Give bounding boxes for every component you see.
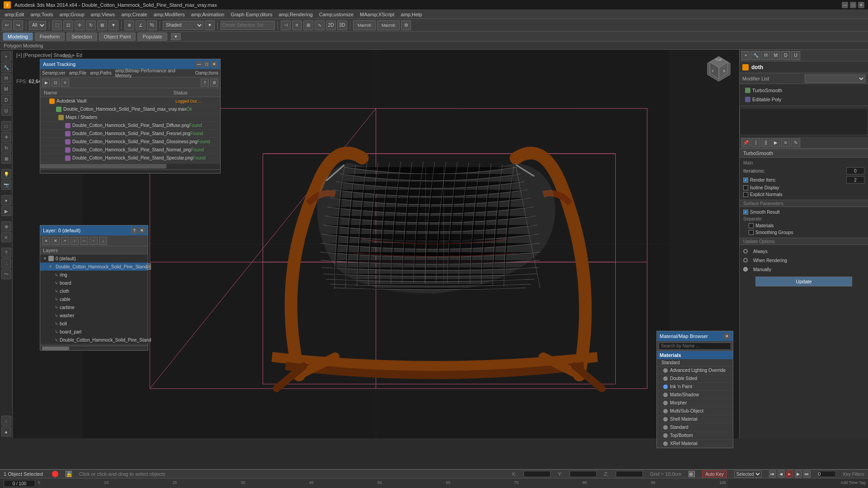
- layer-hammock-expand[interactable]: ▼: [48, 264, 52, 269]
- menu-create[interactable]: amp;Create: [118, 11, 150, 18]
- lp-help[interactable]: ?: [131, 227, 137, 234]
- menu-help[interactable]: amp;Help: [398, 11, 425, 18]
- render-iters-checkbox[interactable]: ✓: [743, 178, 748, 183]
- frame-input[interactable]: [818, 471, 836, 477]
- close-btn[interactable]: ✕: [858, 2, 864, 8]
- menu-tools[interactable]: amp;Tools: [28, 11, 56, 18]
- at-maximize[interactable]: □: [203, 61, 210, 67]
- at-window-controls[interactable]: — □ ✕: [196, 61, 217, 67]
- toolbar-view-btn[interactable]: ▼: [205, 20, 215, 30]
- object-color-swatch[interactable]: [742, 64, 749, 70]
- layer-cloth-row[interactable]: ↳ cloth: [40, 287, 148, 295]
- menu-edit[interactable]: amp;Edit: [2, 11, 27, 18]
- at-menu-file[interactable]: amp;File: [69, 70, 86, 75]
- rp-anim[interactable]: ▶: [771, 138, 780, 147]
- rp-channels[interactable]: ≡: [781, 138, 790, 147]
- prev-frame-btn[interactable]: ⏮: [769, 470, 776, 478]
- rp-edit[interactable]: ✎: [791, 138, 800, 147]
- isoline-checkbox[interactable]: [743, 185, 748, 190]
- at-close[interactable]: ✕: [211, 61, 217, 67]
- lp-close[interactable]: ✕: [139, 227, 145, 234]
- at-minimize[interactable]: —: [196, 61, 202, 67]
- mode-selection[interactable]: Selection: [66, 33, 97, 41]
- toolbar-move[interactable]: ✛: [75, 20, 85, 30]
- always-radio[interactable]: [743, 249, 748, 253]
- auto-key-btn[interactable]: Auto Key: [702, 470, 727, 478]
- toolbar-angle[interactable]: ∠: [136, 20, 146, 30]
- sidebar-spacewarps[interactable]: 〜: [1, 269, 11, 279]
- iterations-input[interactable]: 0: [846, 167, 864, 174]
- mb-item-topbottom[interactable]: Top/Bottom: [657, 432, 733, 440]
- sidebar-snap[interactable]: ⊕: [1, 221, 11, 231]
- toolbar-scale[interactable]: ⊠: [97, 20, 107, 30]
- sidebar-lights[interactable]: 💡: [1, 169, 11, 179]
- navigation-cube[interactable]: TOP R F: [703, 54, 735, 86]
- at-btn3[interactable]: ≡: [61, 79, 69, 87]
- filter-select[interactable]: All: [29, 21, 46, 30]
- layer-board-row[interactable]: ↳ board: [40, 279, 148, 287]
- lock-icon[interactable]: 🔒: [66, 471, 72, 477]
- view-select[interactable]: Shaded: [163, 21, 203, 30]
- toolbar-snap[interactable]: ⊕: [124, 20, 134, 30]
- explicit-normals-checkbox[interactable]: [743, 192, 748, 197]
- macro5[interactable]: Macro5: [353, 20, 376, 30]
- sidebar-align[interactable]: ≡: [1, 232, 11, 242]
- layer-0-expand[interactable]: ▼: [43, 256, 47, 261]
- lp-btn-up[interactable]: ↑: [90, 237, 98, 245]
- lp-btn-move-down[interactable]: ↔: [80, 237, 88, 245]
- layer-0-row[interactable]: ▼ 0 (default): [40, 254, 148, 263]
- mode-modeling[interactable]: Modeling: [3, 33, 33, 41]
- mb-item-doublesided[interactable]: Double Sided: [657, 375, 733, 383]
- at-menu-options[interactable]: Oamp;tions: [195, 70, 218, 75]
- lp-btn-down[interactable]: ↓: [99, 237, 107, 245]
- at-menu-paths[interactable]: amp;Paths: [90, 70, 112, 75]
- lp-btn-move-up[interactable]: ↕: [71, 237, 79, 245]
- sidebar-bottom1[interactable]: ↓: [1, 416, 11, 426]
- at-row-vault[interactable]: Autodesk Vault Logged Out ...: [40, 97, 220, 105]
- last-frame-btn[interactable]: ⏭: [803, 470, 811, 478]
- smoothing-groups-checkbox[interactable]: [749, 230, 754, 235]
- mb-window-controls[interactable]: ✕: [724, 333, 730, 339]
- sidebar-scale[interactable]: ⊠: [1, 154, 11, 164]
- rp-create-tab[interactable]: +: [741, 51, 750, 60]
- at-row-file[interactable]: Double_Cotton_Hammock_Solid_Pine_Stand_m…: [40, 105, 220, 113]
- toolbar-layer[interactable]: ⊞: [303, 20, 313, 30]
- when-rendering-radio[interactable]: [743, 258, 748, 263]
- sidebar-create[interactable]: +: [1, 52, 11, 61]
- mb-item-shell[interactable]: Shell Material: [657, 415, 733, 423]
- layer-board-part-row[interactable]: ↳ board_part: [40, 328, 148, 336]
- menu-animation[interactable]: amp;Animation: [189, 11, 227, 18]
- minimize-btn[interactable]: —: [842, 2, 848, 8]
- sidebar-material[interactable]: ●: [1, 195, 11, 205]
- mb-item-advanced[interactable]: Advanced Lighting Override: [657, 366, 733, 375]
- macro6[interactable]: Macro6: [377, 20, 400, 30]
- at-settings[interactable]: ⚙: [210, 79, 218, 87]
- toolbar-settings[interactable]: ⚙: [401, 20, 411, 30]
- layer-cable-row[interactable]: ↳ cable: [40, 295, 148, 303]
- menu-group[interactable]: amp;Group: [57, 11, 87, 18]
- key-icon[interactable]: [52, 471, 58, 477]
- lp-scrollbar[interactable]: [40, 346, 148, 350]
- mb-item-matte[interactable]: Matte/Shadow: [657, 391, 733, 399]
- sidebar-helpers[interactable]: ?: [1, 248, 11, 258]
- lp-btn-add[interactable]: +: [61, 237, 69, 245]
- sidebar-modify[interactable]: 🔧: [1, 62, 11, 72]
- at-row-specular[interactable]: Double_Cotton_Hammock_Solid_Pine_Stand_S…: [40, 154, 220, 162]
- rp-utilities-tab[interactable]: U: [791, 51, 800, 60]
- menu-views[interactable]: amp;Views: [88, 11, 118, 18]
- toolbar-curve[interactable]: ∿: [315, 20, 325, 30]
- rp-key[interactable]: |: [751, 138, 760, 147]
- sidebar-move[interactable]: ✛: [1, 132, 11, 142]
- sidebar-bottom2[interactable]: ▲: [1, 427, 11, 436]
- sidebar-select[interactable]: □: [1, 121, 11, 131]
- sidebar-utilities[interactable]: U: [1, 106, 11, 116]
- toolbar-3d[interactable]: 3D: [337, 20, 347, 30]
- menu-graph[interactable]: Graph Eamp;ditors: [228, 11, 275, 18]
- toolbar-align[interactable]: ≡: [292, 20, 302, 30]
- timeline-area[interactable]: 5 15 25 35 45 55 65 75 85 95 100: [36, 479, 728, 488]
- step-back-btn[interactable]: ◀: [778, 470, 785, 478]
- toolbar-rotate[interactable]: ↻: [86, 20, 96, 30]
- mode-freeform[interactable]: Freeform: [35, 33, 65, 41]
- mb-close[interactable]: ✕: [724, 333, 730, 339]
- toolbar-mirror[interactable]: ⊣: [281, 20, 291, 30]
